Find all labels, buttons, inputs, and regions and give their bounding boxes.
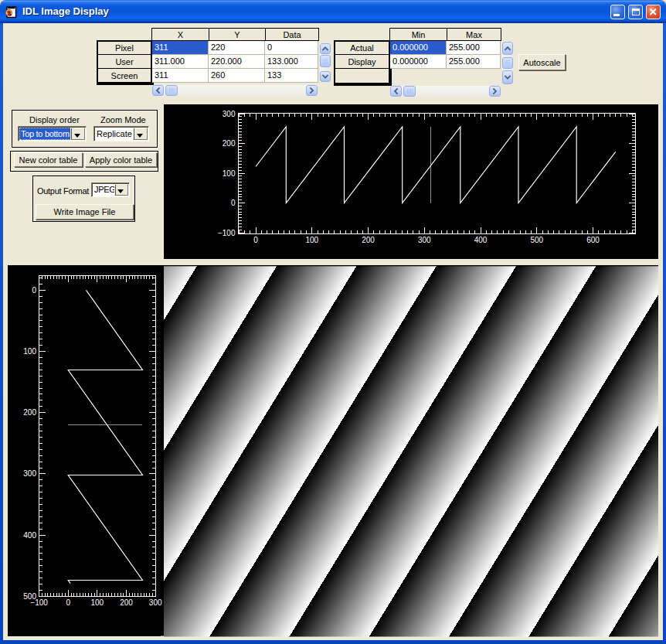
- svg-text:400: 400: [23, 531, 36, 540]
- svg-text:200: 200: [23, 408, 36, 417]
- svg-text:0: 0: [253, 236, 258, 244]
- svg-text:500: 500: [530, 236, 543, 244]
- svg-text:300: 300: [23, 469, 36, 478]
- svg-text:100: 100: [23, 347, 36, 356]
- svg-text:200: 200: [362, 236, 375, 244]
- svg-text:−100: −100: [30, 598, 48, 607]
- svg-text:300: 300: [223, 109, 236, 118]
- svg-text:0: 0: [231, 199, 236, 207]
- svg-text:200: 200: [223, 139, 236, 148]
- svg-text:300: 300: [418, 236, 431, 244]
- svg-text:100: 100: [223, 169, 236, 177]
- svg-text:300: 300: [148, 598, 161, 607]
- svg-text:100: 100: [90, 598, 104, 607]
- svg-text:400: 400: [474, 236, 488, 244]
- svg-text:0: 0: [66, 598, 70, 607]
- svg-text:0: 0: [32, 286, 36, 295]
- svg-text:100: 100: [305, 236, 318, 244]
- svg-text:200: 200: [120, 598, 133, 607]
- svg-text:−100: −100: [218, 228, 236, 237]
- svg-text:600: 600: [586, 236, 600, 244]
